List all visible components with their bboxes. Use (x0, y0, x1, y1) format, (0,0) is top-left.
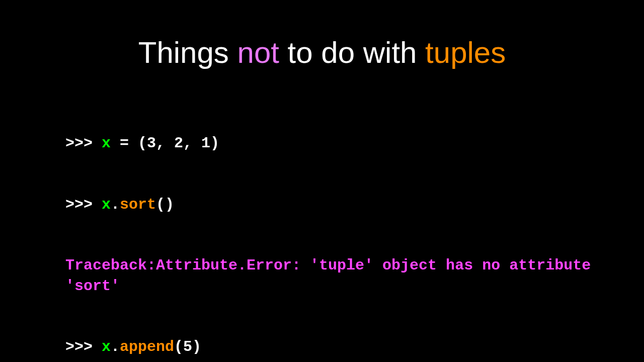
method-append: append (120, 338, 174, 355)
title-part1: Things (138, 36, 237, 69)
dot: . (111, 196, 120, 213)
dot: . (111, 338, 120, 355)
parens: (5) (174, 338, 201, 355)
assignment: = (3, 2, 1) (111, 135, 219, 152)
code-line-2: >>> x.sort() (65, 195, 594, 215)
slide-title: Things not to do with tuples (0, 0, 644, 93)
traceback-sort: Traceback:Attribute.Error: 'tuple' objec… (65, 255, 594, 296)
variable: x (102, 196, 111, 213)
title-highlight-not: not (237, 36, 279, 69)
prompt: >>> (65, 196, 102, 213)
title-highlight-tuples: tuples (425, 36, 506, 69)
method-sort: sort (120, 196, 156, 213)
code-line-1: >>> x = (3, 2, 1) (65, 133, 594, 154)
prompt: >>> (65, 338, 102, 355)
parens: () (156, 196, 174, 213)
code-line-4: >>> x.append(5) (65, 337, 594, 357)
code-block: >>> x = (3, 2, 1) >>> x.sort() Traceback… (0, 93, 644, 362)
variable: x (102, 338, 111, 355)
title-part2: to do with (279, 36, 425, 69)
variable: x (102, 135, 111, 152)
prompt: >>> (65, 135, 102, 152)
